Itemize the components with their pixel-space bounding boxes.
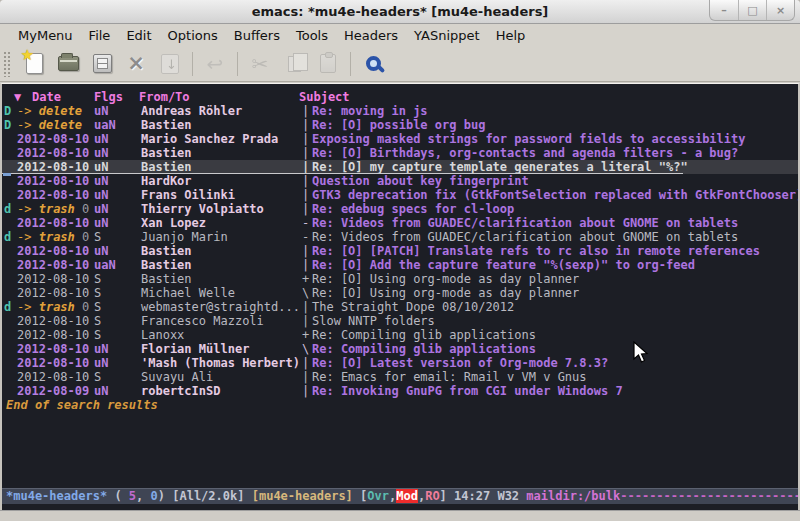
- title-bar[interactable]: emacs: *mu4e-headers* [mu4e-headers] – □…: [0, 0, 800, 24]
- message-row[interactable]: 2012-08-09 uN robertcInSD | Re: Invoking…: [2, 384, 798, 398]
- message-date: 2012-08-10: [17, 356, 89, 370]
- message-row[interactable]: D -> delete uaN Bastien | Re: [O] possib…: [2, 118, 798, 132]
- message-subject: Re: Invoking GnuPG from CGI under Window…: [312, 384, 623, 398]
- column-header-flags[interactable]: Flgs: [94, 90, 123, 104]
- search-icon[interactable]: [356, 49, 390, 79]
- message-flags: uN: [94, 104, 141, 118]
- save-icon[interactable]: [85, 49, 119, 79]
- message-subject: Re: [O] Using org-mode as day planner: [312, 272, 579, 286]
- message-row[interactable]: 2012-08-10 uN Florian Müllner \ Re: Comp…: [2, 342, 798, 356]
- message-date: 2012-08-10: [17, 272, 89, 286]
- mu4e-headers-buffer[interactable]: ▼ Date Flgs From/To Subject D -> delete …: [0, 83, 800, 510]
- menu-help[interactable]: Help: [488, 26, 534, 45]
- mark-arrow: ->: [17, 118, 39, 132]
- new-file-icon[interactable]: ★: [17, 49, 51, 79]
- thread-separator: -: [302, 216, 312, 230]
- mark-arrow: ->: [17, 202, 39, 216]
- mark-char: d: [4, 300, 17, 314]
- message-row[interactable]: d -> trash 0 S webmaster@straightd... | …: [2, 300, 798, 314]
- menu-options[interactable]: Options: [160, 26, 226, 45]
- menu-buffers[interactable]: Buffers: [226, 26, 288, 45]
- thread-separator: |: [302, 160, 312, 174]
- message-row[interactable]: D -> delete uN Andreas Röhler | Re: movi…: [2, 104, 798, 118]
- message-sender: Bastien: [141, 160, 302, 174]
- message-row[interactable]: 2012-08-10 uN 'Mash (Thomas Herbert) | R…: [2, 356, 798, 370]
- message-row[interactable]: d -> trash 0 S Juanjo Marin - Re: Videos…: [2, 230, 798, 244]
- message-date: 2012-08-10: [17, 370, 89, 384]
- minimize-button[interactable]: –: [710, 0, 738, 20]
- thread-separator: \: [302, 286, 312, 300]
- open-folder-icon[interactable]: [51, 49, 85, 79]
- message-sender: Florian Müllner: [141, 342, 302, 356]
- message-row[interactable]: 2012-08-10 uN Xan Lopez - Re: Videos fro…: [2, 216, 798, 230]
- thread-separator: |: [302, 118, 312, 132]
- modeline-segment: [All/2.0k]: [172, 489, 251, 503]
- mark-char: [4, 244, 17, 258]
- modeline-segment: --------------------------: [620, 489, 798, 503]
- message-date: 2012-08-10: [17, 342, 89, 356]
- message-row[interactable]: 2012-08-10 S Bastien + Re: [O] Using org…: [2, 272, 798, 286]
- message-row[interactable]: 2012-08-10 uN Bastien | Re: [O] [PATCH] …: [2, 244, 798, 258]
- message-date: 2012-08-10: [17, 258, 89, 272]
- message-row[interactable]: 2012-08-10 S Lanoxx + Re: Compiling glib…: [2, 328, 798, 342]
- menu-file[interactable]: File: [81, 26, 119, 45]
- message-flags: S: [94, 230, 141, 244]
- menu-mymenu[interactable]: MyMenu: [10, 26, 81, 45]
- message-date: 2012-08-10: [17, 160, 89, 174]
- column-header-subject[interactable]: Subject: [299, 90, 350, 104]
- modeline-segment: *mu4e-headers*: [6, 489, 107, 503]
- menu-yasnippet[interactable]: YASnippet: [406, 26, 488, 45]
- column-header-from[interactable]: From/To: [139, 90, 190, 104]
- copy-icon: [277, 49, 311, 79]
- message-row[interactable]: 2012-08-10 uaN Bastien | Re: [O] Add the…: [2, 258, 798, 272]
- emacs-window: emacs: *mu4e-headers* [mu4e-headers] – □…: [0, 0, 800, 521]
- thread-separator: |: [302, 314, 312, 328]
- mark-char: [4, 216, 17, 230]
- message-sender: Lanoxx: [141, 328, 302, 342]
- menu-tools[interactable]: Tools: [288, 26, 336, 45]
- message-list: D -> delete uN Andreas Röhler | Re: movi…: [2, 104, 798, 398]
- close-button[interactable]: ×: [766, 0, 794, 20]
- message-date: 2012-08-10: [17, 216, 89, 230]
- mark-char: [4, 314, 17, 328]
- thread-separator: |: [302, 146, 312, 160]
- mark-char: [4, 272, 17, 286]
- window-bottom-edge[interactable]: [0, 510, 800, 521]
- message-row[interactable]: 2012-08-10 S Michael Welle \ Re: [O] Usi…: [2, 286, 798, 300]
- message-row[interactable]: 2012-08-10 uN HardKor | Question about k…: [2, 174, 798, 188]
- message-sender: Bastien: [141, 146, 302, 160]
- close-buffer-icon[interactable]: ×: [119, 49, 153, 79]
- message-row[interactable]: 2012-08-10 uN Bastien | Re: [O] my captu…: [2, 160, 798, 174]
- message-subject: Re: edebug specs for cl-loop: [312, 202, 514, 216]
- message-flags: S: [94, 314, 141, 328]
- message-subject: Re: Videos from GUADEC/clarification abo…: [312, 216, 738, 230]
- maximize-button[interactable]: □: [738, 0, 766, 20]
- message-row[interactable]: 2012-08-10 uN Frans Oilinki | GTK3 depre…: [2, 188, 798, 202]
- mark-char: D: [4, 104, 17, 118]
- message-row[interactable]: 2012-08-10 uN Mario Sanchez Prada | Expo…: [2, 132, 798, 146]
- paste-icon: [311, 49, 345, 79]
- modeline-segment: maildir:/bulk: [526, 489, 620, 503]
- mark-char: [4, 160, 17, 174]
- message-sender: Thierry Volpiatto: [141, 202, 302, 216]
- mode-line[interactable]: *mu4e-headers* ( 5, 0) [All/2.0k] [mu4e-…: [2, 488, 798, 504]
- modeline-segment: [mu4e-headers]: [252, 489, 353, 503]
- sort-descending-icon[interactable]: ▼: [14, 90, 21, 104]
- message-subject: Re: [O] [PATCH] Translate refs to rc als…: [312, 244, 760, 258]
- message-row[interactable]: 2012-08-10 S Francesco Mazzoli | Slow NN…: [2, 314, 798, 328]
- mark-char: [4, 342, 17, 356]
- mark-arrow: ->: [17, 300, 39, 314]
- toolbar-grip-handle[interactable]: [3, 51, 11, 77]
- mark-char: d: [4, 202, 17, 216]
- menu-headers[interactable]: Headers: [336, 26, 406, 45]
- message-row[interactable]: d -> trash 0 uN Thierry Volpiatto | Re: …: [2, 202, 798, 216]
- message-date: 2012-08-10: [17, 244, 89, 258]
- mark-action: trash: [39, 202, 75, 216]
- column-header-date[interactable]: Date: [32, 90, 61, 104]
- message-sender: Juanjo Marin: [141, 230, 302, 244]
- menu-edit[interactable]: Edit: [118, 26, 159, 45]
- message-sender: robertcInSD: [141, 384, 302, 398]
- message-row[interactable]: 2012-08-10 uN Bastien | Re: [O] Birthday…: [2, 146, 798, 160]
- message-row[interactable]: 2012-08-10 S Suvayu Ali | Re: Emacs for …: [2, 370, 798, 384]
- message-subject: Question about key fingerprint: [312, 174, 529, 188]
